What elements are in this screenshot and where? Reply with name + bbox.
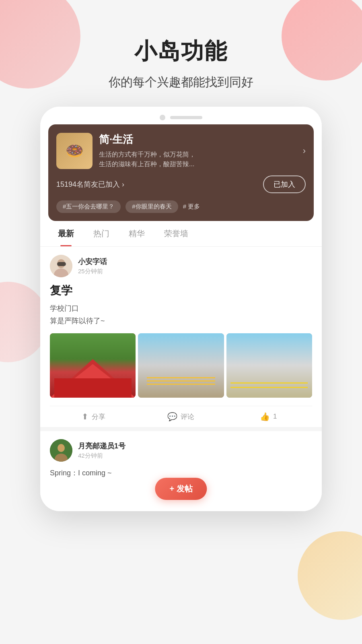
post-1-username[interactable]: 小安字话 <box>78 257 107 266</box>
post-1-user-info: 小安字话 25分钟前 <box>78 257 107 275</box>
post-2-avatar <box>50 439 72 462</box>
svg-rect-3 <box>57 262 66 266</box>
island-info: 简·生活 生活的方式有千万种，似万花筒， 生活的滋味有上百种，酸甜苦辣... <box>99 132 296 169</box>
post-1-title: 复学 <box>50 283 312 298</box>
post-divider <box>40 427 322 431</box>
island-tag-2[interactable]: #你眼里的春天 <box>125 200 178 213</box>
post-1: 小安字话 25分钟前 复学 学校门口 算是严阵以待了~ <box>40 247 322 427</box>
tab-honor[interactable]: 荣誉墙 <box>154 221 198 246</box>
island-name: 简·生活 <box>99 132 296 147</box>
island-arrow-icon[interactable]: › <box>303 146 306 156</box>
post-image-3[interactable] <box>226 333 312 398</box>
island-tags: #五一你会去哪里？ #你眼里的春天 # 更多 <box>56 200 306 213</box>
like-count: 1 <box>273 413 277 421</box>
fab-post-button[interactable]: + 发帖 <box>155 478 207 500</box>
post-1-content: 学校门口 算是严阵以待了~ <box>50 302 312 327</box>
svg-point-5 <box>58 444 65 452</box>
post-2-content: Spring：I coming ~ <box>50 467 312 479</box>
post-2-time: 42分钟前 <box>78 452 125 460</box>
like-action[interactable]: 👍 1 <box>225 412 312 421</box>
post-1-time: 25分钟前 <box>78 268 107 275</box>
post-1-avatar <box>50 255 72 277</box>
post-2-user: 月亮邮递员1号 42分钟前 <box>50 439 312 462</box>
share-label: 分享 <box>92 412 105 421</box>
tab-bar: 最新 热门 精华 荣誉墙 <box>40 221 322 247</box>
phone-speaker <box>170 116 202 119</box>
post-1-user: 小安字话 25分钟前 <box>50 255 312 277</box>
post-2: 月亮邮递员1号 42分钟前 Spring：I coming ~ + 发帖 <box>40 431 322 511</box>
phone-camera <box>160 115 165 120</box>
page-subtitle: 你的每个兴趣都能找到同好 <box>0 74 362 91</box>
phone-mockup: 🍩 简·生活 生活的方式有千万种，似万花筒， 生活的滋味有上百种，酸甜苦辣...… <box>40 107 322 511</box>
post-1-images <box>50 333 312 398</box>
island-desc-line2: 生活的滋味有上百种，酸甜苦辣... <box>99 161 194 167</box>
island-desc-line1: 生活的方式有千万种，似万花筒， <box>99 151 195 158</box>
header-section: 小岛功能 你的每个兴趣都能找到同好 <box>0 0 362 107</box>
island-tag-1[interactable]: #五一你会去哪里？ <box>56 200 121 213</box>
island-card: 🍩 简·生活 生活的方式有千万种，似万花筒， 生活的滋味有上百种，酸甜苦辣...… <box>48 124 314 221</box>
island-header: 🍩 简·生活 生活的方式有千万种，似万花筒， 生活的滋味有上百种，酸甜苦辣...… <box>56 132 306 169</box>
island-members-row: 15194名简友已加入 › 已加入 <box>56 175 306 193</box>
post-2-user-info: 月亮邮递员1号 42分钟前 <box>78 441 125 460</box>
phone-top-bar <box>40 107 322 124</box>
post-2-username[interactable]: 月亮邮递员1号 <box>78 441 125 451</box>
island-avatar: 🍩 <box>56 133 93 169</box>
like-icon: 👍 <box>260 412 270 421</box>
tab-featured[interactable]: 精华 <box>119 221 154 246</box>
tab-latest[interactable]: 最新 <box>48 221 84 246</box>
page-title: 小岛功能 <box>0 36 362 67</box>
post-image-2[interactable] <box>138 333 224 398</box>
comment-label: 评论 <box>181 412 194 421</box>
post-image-1[interactable] <box>50 333 136 398</box>
share-icon: ⬆ <box>82 412 88 421</box>
island-more-tags[interactable]: # 更多 <box>183 203 200 211</box>
share-action[interactable]: ⬆ 分享 <box>50 412 137 421</box>
island-desc: 生活的方式有千万种，似万花筒， 生活的滋味有上百种，酸甜苦辣... <box>99 150 296 169</box>
bg-circle-bottom-right <box>298 531 362 620</box>
island-join-button[interactable]: 已加入 <box>263 175 306 193</box>
tab-hot[interactable]: 热门 <box>84 221 119 246</box>
comment-icon: 💬 <box>167 412 177 421</box>
island-members-text[interactable]: 15194名简友已加入 › <box>56 180 124 189</box>
user-avatar-icon <box>50 255 72 277</box>
user2-avatar-icon <box>50 439 72 462</box>
post-1-actions: ⬆ 分享 💬 评论 👍 1 <box>50 406 312 427</box>
comment-action[interactable]: 💬 评论 <box>137 412 224 421</box>
